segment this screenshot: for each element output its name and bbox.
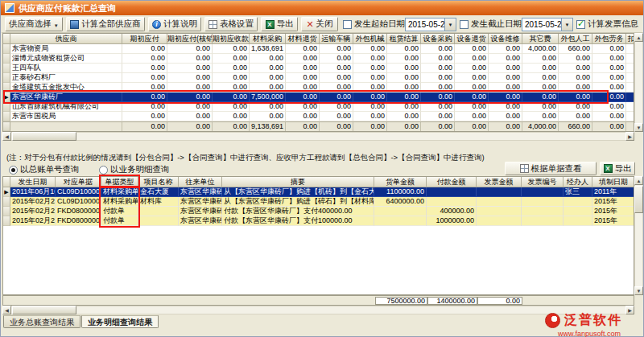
- cell[interactable]: [138, 207, 179, 216]
- cell[interactable]: 0.00: [489, 54, 522, 64]
- cell[interactable]: 0.00: [559, 73, 592, 83]
- column-header[interactable]: 对应单据: [56, 177, 101, 187]
- cell[interactable]: 0.00: [286, 83, 320, 92]
- cell[interactable]: 0.00: [592, 112, 626, 121]
- cell[interactable]: 0.00: [522, 112, 559, 121]
- column-header[interactable]: 外包机械: [353, 34, 387, 44]
- cell[interactable]: 0.00: [626, 44, 634, 54]
- cell[interactable]: 0.00: [122, 44, 167, 54]
- calc-all-suppliers-button[interactable]: 计算全部供应商: [66, 17, 145, 31]
- column-header[interactable]: 租赁结算: [387, 34, 421, 44]
- scroll-left-icon[interactable]: [2, 306, 11, 314]
- scroll-down-icon[interactable]: [634, 123, 643, 132]
- cell[interactable]: 2015年02月27日: [10, 216, 56, 226]
- cell[interactable]: 金石大厦: [138, 187, 179, 197]
- column-header[interactable]: 期初应付(核销): [167, 34, 213, 44]
- export-detail-button[interactable]: 导出: [600, 162, 635, 175]
- cell[interactable]: [564, 197, 592, 207]
- cell[interactable]: [138, 216, 179, 226]
- cell[interactable]: 0.00: [167, 102, 213, 112]
- cell[interactable]: 0.00: [592, 92, 626, 102]
- cell[interactable]: 0.00: [286, 102, 320, 112]
- cell[interactable]: 0.00: [353, 64, 387, 73]
- column-header[interactable]: 外包人工: [559, 34, 592, 44]
- cell[interactable]: 0.00: [167, 92, 213, 102]
- cell[interactable]: 东营区华康砖厂: [179, 207, 222, 216]
- scroll-down-icon[interactable]: [634, 286, 643, 295]
- cell[interactable]: 0.00: [122, 64, 167, 73]
- cell[interactable]: 0.00: [626, 92, 634, 102]
- cell[interactable]: 金塔建筑五金批发中心: [10, 83, 122, 92]
- cell[interactable]: 0.00: [387, 73, 421, 83]
- result-tab[interactable]: 业务总账查询结果: [3, 315, 80, 328]
- cell[interactable]: 0.00: [455, 73, 489, 83]
- cell[interactable]: 2015年: [592, 207, 634, 216]
- cell[interactable]: [477, 197, 522, 207]
- column-header[interactable]: 材料采购: [250, 34, 286, 44]
- cell[interactable]: 0.00: [167, 64, 213, 73]
- summary-table[interactable]: 供应商期初应付期初应付(核销)期初应收款票材料采购材料退货运输车辆外包机械租赁结…: [2, 33, 634, 132]
- cell[interactable]: 0.00: [387, 83, 421, 92]
- cell[interactable]: 0.00: [592, 73, 626, 83]
- cell[interactable]: 2015年: [592, 216, 634, 226]
- cell[interactable]: 0.00: [489, 83, 522, 92]
- cell[interactable]: 6400000.00: [374, 197, 427, 207]
- start-date-input[interactable]: 2015-05-28: [405, 18, 456, 31]
- cell[interactable]: 0.00: [489, 102, 522, 112]
- cell[interactable]: 0.00: [167, 54, 213, 64]
- cell[interactable]: 0.00: [455, 102, 489, 112]
- cell[interactable]: 0.00: [250, 102, 286, 112]
- cell[interactable]: 0.00: [286, 73, 320, 83]
- column-header[interactable]: 付款金额: [427, 177, 477, 187]
- summary-vscrollbar[interactable]: [634, 33, 643, 132]
- cell[interactable]: 0.00: [421, 73, 455, 83]
- cell[interactable]: 0.00: [213, 102, 250, 112]
- cell[interactable]: 0.00: [559, 83, 592, 92]
- cell[interactable]: 2011年06月10日: [10, 187, 56, 197]
- cell[interactable]: 0.00: [489, 44, 522, 54]
- cell[interactable]: 0.00: [421, 44, 455, 54]
- cell[interactable]: 付款【东营区华康砖厂】支付400000.00: [222, 207, 374, 216]
- cell[interactable]: 0.00: [122, 83, 167, 92]
- scrollbar-thumb[interactable]: [12, 306, 76, 314]
- cell[interactable]: 0.00: [559, 64, 592, 73]
- detail-hscrollbar[interactable]: [2, 306, 634, 314]
- cell[interactable]: 0.00: [250, 73, 286, 83]
- cell[interactable]: 淄博元成物资租赁公司: [10, 54, 122, 64]
- cell[interactable]: 2015年: [592, 197, 634, 207]
- cell[interactable]: 0.00: [122, 102, 167, 112]
- cell[interactable]: 0.00: [250, 64, 286, 73]
- column-header[interactable]: 经办人: [564, 177, 592, 187]
- cell[interactable]: 0.00: [320, 54, 353, 64]
- cell[interactable]: [374, 207, 427, 216]
- cell[interactable]: 付款【东营区华康砖厂】支付100000.00: [222, 216, 374, 226]
- cell[interactable]: 0.00: [213, 73, 250, 83]
- cell[interactable]: [427, 187, 477, 197]
- cell[interactable]: 0.00: [387, 64, 421, 73]
- cell[interactable]: 0.00: [455, 54, 489, 64]
- cell[interactable]: 0.00: [522, 54, 559, 64]
- start-date-checkbox[interactable]: 发生起始日期: [343, 18, 405, 31]
- detail-vscrollbar[interactable]: [634, 176, 643, 295]
- cell[interactable]: [522, 216, 564, 226]
- scroll-left-icon[interactable]: [2, 132, 11, 141]
- cell[interactable]: 0.00: [286, 44, 320, 54]
- invoice-info-checkbox[interactable]: 计算发票信息: [576, 18, 638, 31]
- cell[interactable]: 0.00: [167, 83, 213, 92]
- scrollbar-thumb[interactable]: [634, 186, 643, 213]
- cell[interactable]: 0.00: [122, 112, 167, 121]
- cell[interactable]: 从【东营区华康砖厂】购进【碎石】到【材料库】: [222, 197, 374, 207]
- cell[interactable]: 0.00: [421, 64, 455, 73]
- scroll-up-icon[interactable]: [634, 176, 643, 185]
- column-header[interactable]: 发生日期: [10, 177, 56, 187]
- column-header[interactable]: 往来单位: [179, 177, 222, 187]
- cell[interactable]: 0.00: [320, 112, 353, 121]
- cell[interactable]: 0.00: [559, 102, 592, 112]
- cell[interactable]: 0.00: [559, 54, 592, 64]
- cell[interactable]: [564, 216, 592, 226]
- cell[interactable]: 0.00: [421, 92, 455, 102]
- cell[interactable]: 东营物资局: [10, 44, 122, 54]
- cell[interactable]: 0.00: [122, 73, 167, 83]
- cell[interactable]: 0.00: [250, 83, 286, 92]
- cell[interactable]: 0.00: [592, 83, 626, 92]
